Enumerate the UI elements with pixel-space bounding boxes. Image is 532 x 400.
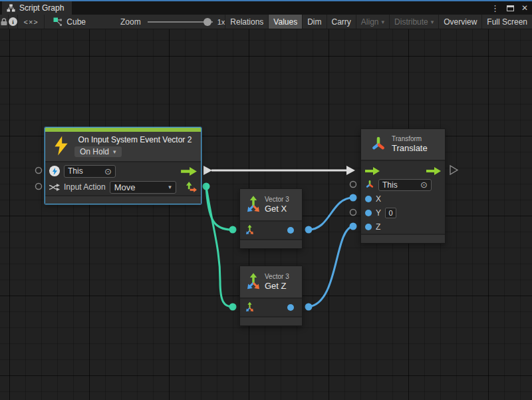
translate-y-port[interactable] xyxy=(350,210,356,216)
event-action-port[interactable] xyxy=(36,184,42,190)
distribute-button[interactable]: Distribute ▾ xyxy=(390,15,439,29)
code-icon: <×> xyxy=(24,18,39,26)
getz-float-output-dot[interactable] xyxy=(287,304,294,311)
object-picker-icon[interactable]: ⊙ xyxy=(104,167,112,176)
translate-node-footer xyxy=(361,234,445,243)
lightning-bolt-icon xyxy=(53,136,69,156)
graph-toolbar: i <×> Cube Zoom 1x Relations Values xyxy=(0,15,532,29)
input-system-icon xyxy=(49,166,60,176)
transform-mini-icon[interactable] xyxy=(365,180,374,190)
event-mode-dropdown[interactable]: On Hold ▾ xyxy=(74,146,122,157)
input-action-label: Input Action xyxy=(64,182,106,192)
event-action-row: Input Action Move ▾ xyxy=(45,179,201,195)
y-value-input[interactable]: 0 xyxy=(385,208,396,218)
vector3-icon xyxy=(244,272,263,292)
info-icon: i xyxy=(9,17,17,26)
code-view-button[interactable]: <×> xyxy=(18,15,45,29)
wire-vector2-to-getz[interactable] xyxy=(206,186,233,307)
getx-title: Get X xyxy=(265,204,289,215)
dim-button[interactable]: Dim xyxy=(303,15,327,29)
chevron-down-icon: ▾ xyxy=(168,184,172,190)
getx-input-port[interactable] xyxy=(229,226,237,234)
graph-name-label[interactable]: Cube xyxy=(66,17,86,27)
translate-flow-output-port[interactable] xyxy=(450,166,458,174)
translate-this-field[interactable]: This ⊙ xyxy=(378,179,432,191)
y-port-dot[interactable] xyxy=(365,210,372,216)
node-on-input-system-event[interactable]: On Input System Event Vector 2 On Hold ▾… xyxy=(45,127,201,204)
getz-io-row xyxy=(240,299,302,316)
overview-button[interactable]: Overview xyxy=(439,15,482,29)
flow-input-arrow-icon[interactable] xyxy=(365,167,380,175)
event-this-value: This xyxy=(68,166,83,176)
toolbar-middle: Cube Zoom 1x xyxy=(45,15,225,29)
getx-float-output-dot[interactable] xyxy=(287,227,294,234)
input-action-dropdown[interactable]: Move ▾ xyxy=(110,181,176,194)
flow-output-arrow-icon[interactable] xyxy=(181,167,197,176)
maximize-icon[interactable] xyxy=(507,5,514,11)
translate-z-input-port[interactable] xyxy=(350,223,357,230)
vector3-input-icon[interactable] xyxy=(244,301,255,313)
getz-output-port[interactable] xyxy=(305,303,313,311)
x-label: X xyxy=(376,194,381,204)
translate-title: Translate xyxy=(392,143,428,154)
node-get-x[interactable]: Vector 3 Get X xyxy=(239,188,303,249)
object-picker-icon[interactable]: ⊙ xyxy=(420,180,428,189)
getz-input-port[interactable] xyxy=(229,303,237,311)
zoom-value: 1x xyxy=(217,18,225,26)
window-menu-icon[interactable]: ⋮ xyxy=(491,4,499,13)
y-label: Y xyxy=(376,208,381,218)
translate-category: Transform xyxy=(392,134,428,143)
wire-getz-to-z[interactable] xyxy=(309,226,353,307)
wire-getx-to-x[interactable] xyxy=(309,198,353,230)
event-this-field[interactable]: This ⊙ xyxy=(64,165,116,178)
lock-icon xyxy=(0,17,8,26)
chevron-down-icon: ▾ xyxy=(431,19,434,25)
values-label: Values xyxy=(273,17,297,27)
node-get-z[interactable]: Vector 3 Get Z xyxy=(239,266,303,326)
full-screen-label: Full Screen xyxy=(487,17,527,27)
z-port-dot[interactable] xyxy=(365,224,372,230)
carry-button[interactable]: Carry xyxy=(327,15,356,29)
getx-node-header[interactable]: Vector 3 Get X xyxy=(240,189,302,220)
zoom-slider-handle[interactable] xyxy=(203,18,211,26)
translate-x-input-port[interactable] xyxy=(350,194,357,202)
getx-output-port[interactable] xyxy=(305,226,313,234)
event-node-title: On Input System Event Vector 2 xyxy=(78,135,192,144)
event-mode-value: On Hold xyxy=(80,147,109,156)
dim-label: Dim xyxy=(307,17,321,27)
input-action-value: Move xyxy=(114,182,136,192)
vector2-output-port[interactable] xyxy=(203,183,210,190)
getz-node-header[interactable]: Vector 3 Get Z xyxy=(240,266,302,298)
align-button[interactable]: Align ▾ xyxy=(356,15,390,29)
flow-output-arrow-icon[interactable] xyxy=(426,167,441,175)
flow-wire-start-arrow[interactable] xyxy=(203,166,212,175)
event-this-port[interactable] xyxy=(36,168,42,174)
lock-button[interactable] xyxy=(0,15,9,29)
relations-label: Relations xyxy=(230,17,263,27)
translate-this-port[interactable] xyxy=(350,182,356,188)
zoom-label: Zoom xyxy=(120,17,141,27)
translate-node-header[interactable]: Transform Translate xyxy=(361,129,445,160)
getx-category: Vector 3 xyxy=(265,195,289,204)
translate-this-row: This ⊙ xyxy=(361,178,445,192)
vector2-output-icon[interactable] xyxy=(186,182,197,193)
values-button[interactable]: Values xyxy=(269,15,303,29)
node-transform-translate[interactable]: Transform Translate xyxy=(360,128,446,244)
event-node-footer xyxy=(45,195,201,204)
zoom-slider[interactable] xyxy=(148,15,213,29)
translate-flow-row xyxy=(361,164,445,178)
full-screen-button[interactable]: Full Screen xyxy=(482,15,532,29)
vector3-input-icon[interactable] xyxy=(244,224,255,236)
event-node-header[interactable]: On Input System Event Vector 2 On Hold ▾ xyxy=(45,132,201,161)
z-label: Z xyxy=(376,222,380,232)
flow-wire-end-arrow[interactable] xyxy=(346,166,355,175)
tab-script-graph[interactable]: Script Graph xyxy=(2,1,72,15)
x-port-dot[interactable] xyxy=(365,196,372,202)
tab-title: Script Graph xyxy=(19,3,64,13)
graph-canvas[interactable]: On Input System Event Vector 2 On Hold ▾… xyxy=(0,29,532,400)
chevron-down-icon: ▾ xyxy=(382,19,385,25)
translate-this-value: This xyxy=(382,180,398,190)
inspect-button[interactable]: i xyxy=(9,15,18,29)
close-icon[interactable]: ✕ xyxy=(521,4,528,12)
relations-button[interactable]: Relations xyxy=(225,15,269,29)
